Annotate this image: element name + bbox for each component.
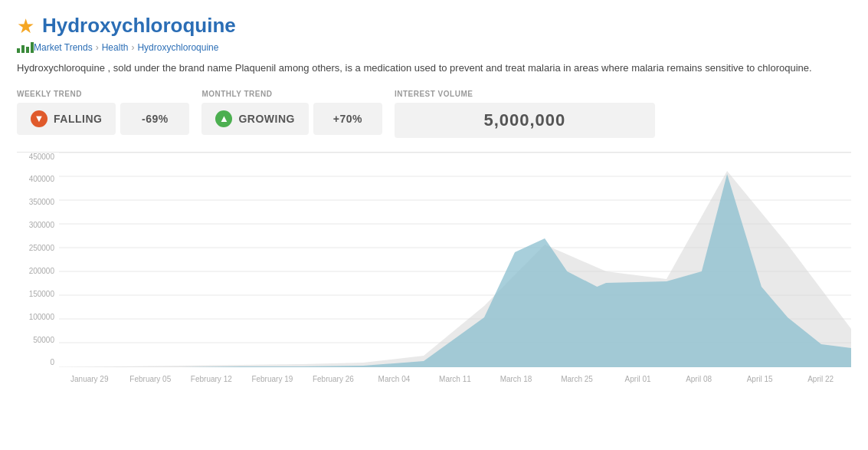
x-label-apr08: April 08 [668, 375, 729, 383]
x-label-feb12: February 12 [181, 375, 242, 383]
monthly-trend-value-card: +70% [313, 103, 382, 135]
weekly-trend-direction-card: ▼ FALLING [17, 103, 116, 135]
breadcrumb-market-trends[interactable]: Market Trends [34, 42, 93, 53]
x-label-feb05: February 05 [120, 375, 182, 383]
trend-up-icon: ▲ [215, 110, 232, 127]
monthly-trend-cards: ▲ GROWING +70% [201, 103, 382, 135]
chart-svg-area [59, 153, 851, 367]
interest-volume-card: 5,000,000 [395, 103, 655, 138]
monthly-trend-direction: GROWING [238, 113, 295, 125]
x-label-mar11: March 11 [424, 375, 486, 383]
interest-volume-group: INTEREST VOLUME 5,000,000 [395, 90, 655, 138]
breadcrumb-health[interactable]: Health [102, 42, 129, 53]
star-icon[interactable]: ★ [17, 16, 34, 36]
chart-container: 450000 400000 350000 300000 250000 20000… [17, 153, 851, 390]
page-wrapper: ★ Hydroxychloroquine Market Trends › Hea… [0, 0, 868, 398]
breadcrumb-sep-1: › [96, 42, 99, 53]
y-label-0: 0 [17, 358, 59, 366]
monthly-trend-group: MONTHLY TREND ▲ GROWING +70% [201, 90, 382, 135]
y-label-50000: 50000 [17, 336, 59, 344]
x-label-feb26: February 26 [303, 375, 364, 383]
weekly-trend-label: WEEKLY TREND [17, 90, 189, 98]
y-label-350000: 350000 [17, 198, 59, 206]
weekly-trend-value: -69% [142, 113, 169, 125]
y-label-400000: 400000 [17, 175, 59, 183]
x-label-feb19: February 19 [242, 375, 303, 383]
title-row: ★ Hydroxychloroquine [17, 14, 851, 38]
trend-down-icon: ▼ [31, 110, 47, 127]
y-label-200000: 200000 [17, 267, 59, 275]
weekly-trend-group: WEEKLY TREND ▼ FALLING -69% [17, 90, 189, 135]
y-label-100000: 100000 [17, 313, 59, 321]
x-label-apr22: April 22 [790, 375, 851, 383]
weekly-trend-cards: ▼ FALLING -69% [17, 103, 189, 135]
description-text: Hydroxychloroquine , sold under the bran… [17, 61, 851, 76]
interest-volume-cards: 5,000,000 [395, 103, 655, 138]
weekly-trend-direction: FALLING [54, 113, 102, 125]
page-title: Hydroxychloroquine [42, 14, 236, 38]
metrics-section: WEEKLY TREND ▼ FALLING -69% MONTHLY TREN… [17, 90, 851, 138]
x-label-apr01: April 01 [608, 375, 669, 383]
x-label-apr15: April 15 [729, 375, 791, 383]
y-label-300000: 300000 [17, 221, 59, 229]
weekly-trend-value-card: -69% [120, 103, 189, 135]
breadcrumb-hydroxychloroquine[interactable]: Hydroxychloroquine [137, 42, 218, 53]
monthly-trend-direction-card: ▲ GROWING [201, 103, 309, 135]
breadcrumb-sep-2: › [131, 42, 134, 53]
interest-volume-label: INTEREST VOLUME [395, 90, 655, 98]
monthly-trend-label: MONTHLY TREND [201, 90, 382, 98]
market-trends-icon [17, 42, 29, 53]
chart-svg [59, 153, 851, 367]
x-label-jan29: January 29 [59, 375, 120, 383]
chart-x-axis: January 29 February 05 February 12 Febru… [59, 369, 851, 390]
x-label-mar04: March 04 [364, 375, 425, 383]
y-label-250000: 250000 [17, 244, 59, 252]
chart-y-axis: 450000 400000 350000 300000 250000 20000… [17, 153, 59, 367]
y-label-450000: 450000 [17, 153, 59, 161]
x-label-mar25: March 25 [546, 375, 608, 383]
monthly-trend-value: +70% [333, 113, 362, 125]
interest-volume-value: 5,000,000 [483, 110, 565, 130]
x-label-mar18: March 18 [486, 375, 547, 383]
breadcrumb: Market Trends › Health › Hydroxychloroqu… [17, 42, 851, 53]
y-label-150000: 150000 [17, 290, 59, 298]
